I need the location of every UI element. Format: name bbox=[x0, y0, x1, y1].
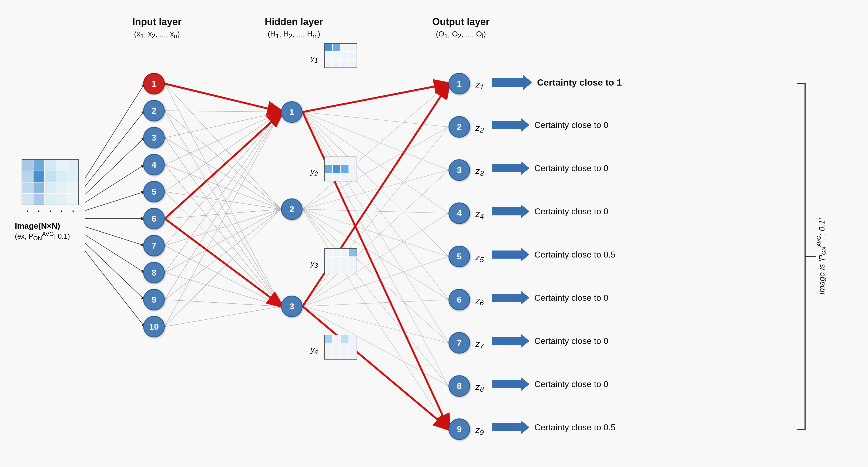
certainty-8-text: Certainty close to 0 bbox=[534, 379, 609, 389]
output-4-arrow-label: Certainty close to 0 bbox=[492, 205, 609, 218]
svg-line-23 bbox=[165, 273, 281, 306]
output-6-arrow-label: Certainty close to 0 bbox=[492, 291, 609, 304]
output-layer-label: Output layer (O1, O2, ..., Ol) bbox=[432, 16, 490, 40]
svg-line-57 bbox=[165, 84, 282, 112]
input-layer-label: Input layer (x1, x2, ..., xn) bbox=[132, 16, 182, 40]
svg-line-42 bbox=[303, 209, 448, 213]
input-node-7: 7 bbox=[143, 235, 165, 257]
svg-line-34 bbox=[303, 112, 448, 257]
output-node-9: 9 bbox=[448, 419, 470, 440]
svg-line-8 bbox=[165, 138, 281, 306]
svg-line-47 bbox=[303, 209, 448, 429]
output-node-4: 4 bbox=[448, 202, 470, 224]
input-node-8: 8 bbox=[143, 262, 165, 283]
y2-label: y2 bbox=[311, 167, 318, 178]
svg-line-19 bbox=[165, 209, 281, 246]
output-node-1: 1 bbox=[448, 73, 470, 95]
input-node-4: 4 bbox=[143, 154, 165, 175]
svg-line-67 bbox=[85, 165, 145, 202]
certainty-2-text: Certainty close to 0 bbox=[534, 120, 609, 130]
z8-label: z8 bbox=[475, 382, 484, 394]
hidden-layer-sublabel: (H1, H2, ..., Hm) bbox=[268, 30, 320, 38]
svg-line-28 bbox=[165, 209, 281, 327]
svg-line-21 bbox=[165, 112, 281, 273]
y1-grid bbox=[324, 43, 357, 68]
connections-svg bbox=[0, 0, 868, 467]
output-1-arrow-label: Certainty close to 1 bbox=[492, 75, 622, 90]
z7-label: z7 bbox=[475, 339, 484, 351]
input-node-9: 9 bbox=[143, 289, 165, 310]
svg-line-71 bbox=[85, 235, 145, 273]
output-node-8: 8 bbox=[448, 375, 470, 397]
certainty-5-text: Certainty close to 0.5 bbox=[534, 250, 616, 260]
input-node-2: 2 bbox=[143, 100, 165, 122]
y3-grid bbox=[324, 248, 357, 273]
output-5-arrow-label: Certainty close to 0.5 bbox=[492, 248, 616, 261]
certainty-6-text: Certainty close to 0 bbox=[534, 293, 609, 303]
arrow-4 bbox=[492, 205, 529, 218]
svg-line-1 bbox=[165, 84, 281, 209]
output-node-3: 3 bbox=[448, 159, 470, 181]
bracket-label: Image is 'PONAVG: 0.1' bbox=[813, 81, 829, 432]
output-node-6: 6 bbox=[448, 289, 470, 310]
svg-line-16 bbox=[165, 209, 281, 219]
z3-label: z3 bbox=[475, 166, 484, 178]
svg-line-9 bbox=[165, 112, 281, 165]
y1-label: y1 bbox=[311, 54, 318, 64]
image-label: Image(N×N) (ex, PONAVG: 0.1) bbox=[15, 221, 70, 242]
svg-line-64 bbox=[85, 84, 145, 178]
hidden-node-2: 2 bbox=[281, 198, 303, 220]
neural-network-diagram: Input layer (x1, x2, ..., xn) Hidden lay… bbox=[0, 0, 868, 467]
certainty-1-text: Certainty close to 1 bbox=[537, 77, 622, 88]
svg-line-60 bbox=[303, 84, 449, 112]
svg-line-25 bbox=[165, 209, 281, 300]
y2-grid bbox=[324, 157, 357, 181]
svg-line-12 bbox=[165, 112, 281, 192]
output-node-2: 2 bbox=[448, 116, 470, 138]
svg-line-49 bbox=[303, 127, 448, 306]
certainty-7-text: Certainty close to 0 bbox=[534, 336, 609, 346]
output-node-5: 5 bbox=[448, 246, 470, 267]
arrow-3 bbox=[492, 161, 529, 175]
svg-line-70 bbox=[85, 227, 145, 246]
svg-line-6 bbox=[165, 112, 281, 138]
certainty-3-text: Certainty close to 0 bbox=[534, 163, 609, 173]
z9-label: z9 bbox=[475, 425, 484, 437]
hidden-node-3: 3 bbox=[281, 296, 303, 317]
output-3-arrow-label: Certainty close to 0 bbox=[492, 161, 609, 175]
input-image: · · · · · bbox=[22, 159, 79, 215]
output-9-arrow-label: Certainty close to 0.5 bbox=[492, 421, 616, 434]
z5-label: z5 bbox=[475, 253, 484, 264]
svg-line-59 bbox=[165, 219, 282, 306]
output-2-arrow-label: Certainty close to 0 bbox=[492, 118, 609, 132]
arrow-9 bbox=[492, 421, 529, 434]
output-7-arrow-label: Certainty close to 0 bbox=[492, 334, 609, 348]
svg-line-11 bbox=[165, 165, 281, 306]
y4-label: y4 bbox=[311, 345, 318, 356]
svg-line-73 bbox=[85, 251, 145, 327]
svg-line-18 bbox=[165, 112, 281, 246]
certainty-4-text: Certainty close to 0 bbox=[534, 206, 609, 216]
svg-line-27 bbox=[165, 112, 281, 327]
svg-line-72 bbox=[85, 243, 145, 300]
svg-line-68 bbox=[85, 192, 145, 210]
svg-line-65 bbox=[85, 111, 145, 186]
svg-line-3 bbox=[165, 111, 281, 112]
y4-grid bbox=[324, 335, 357, 360]
svg-line-29 bbox=[165, 306, 281, 327]
input-layer-sublabel: (x1, x2, ..., xn) bbox=[134, 30, 180, 38]
input-node-10: 10 bbox=[143, 316, 165, 337]
z1-label: z1 bbox=[475, 80, 484, 91]
output-node-7: 7 bbox=[448, 332, 470, 354]
svg-line-7 bbox=[165, 138, 281, 209]
input-node-6: 6 bbox=[143, 208, 165, 229]
arrow-2 bbox=[492, 118, 529, 132]
certainty-9-text: Certainty close to 0.5 bbox=[534, 423, 616, 432]
y3-label: y3 bbox=[311, 259, 318, 269]
z4-label: z4 bbox=[475, 209, 484, 221]
input-node-1: 1 bbox=[143, 73, 165, 95]
arrow-5 bbox=[492, 248, 529, 261]
input-node-3: 3 bbox=[143, 127, 165, 148]
output-8-arrow-label: Certainty close to 0 bbox=[492, 377, 609, 391]
output-layer-sublabel: (O1, O2, ..., Ol) bbox=[436, 30, 486, 38]
